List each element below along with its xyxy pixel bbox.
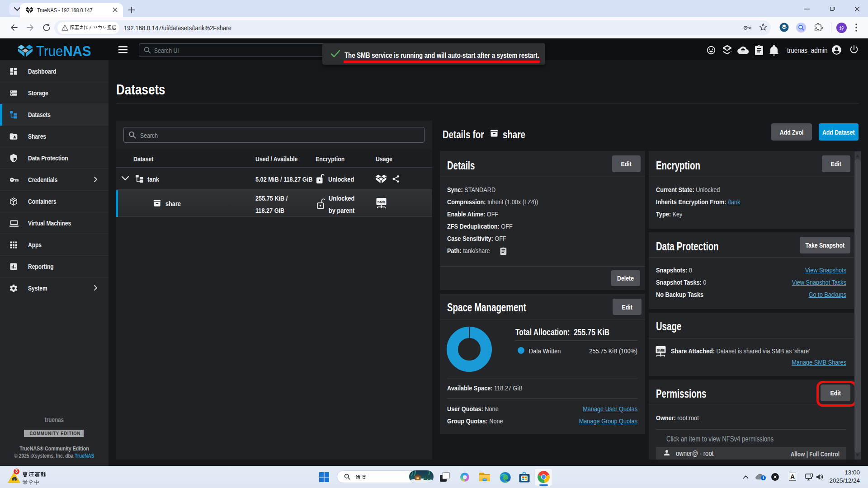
svg-text:SMB: SMB	[657, 348, 665, 352]
svg-text:SMB: SMB	[377, 200, 386, 204]
